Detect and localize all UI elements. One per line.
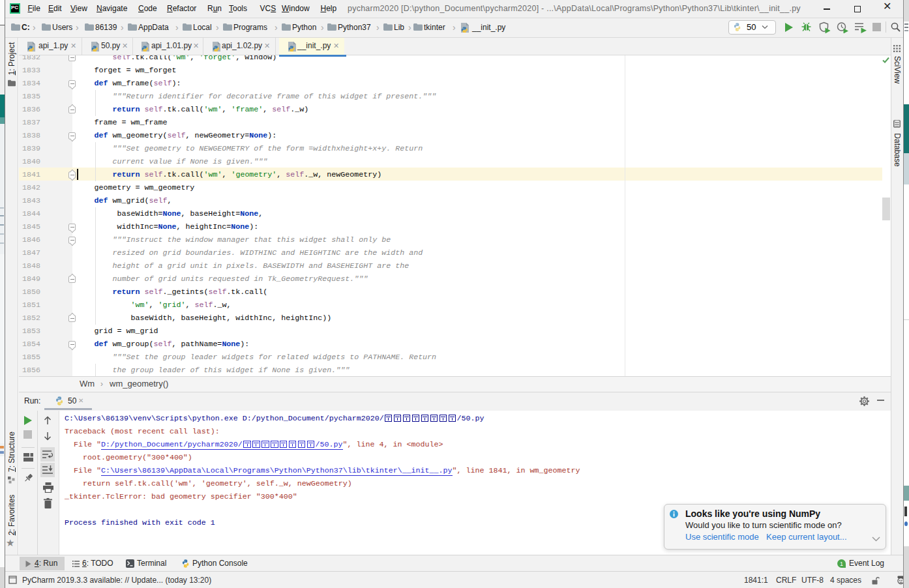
svg-text:1: 1: [840, 561, 843, 567]
